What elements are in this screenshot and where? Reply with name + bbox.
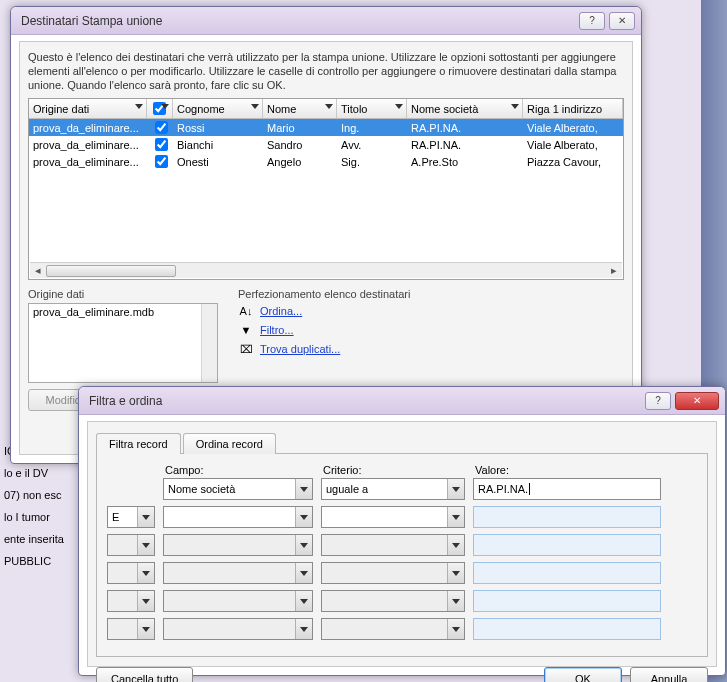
filter-row — [107, 590, 697, 612]
criterio-combo — [321, 562, 465, 584]
valore-input[interactable] — [473, 506, 661, 528]
scroll-left-icon[interactable]: ◂ — [30, 264, 46, 278]
operator-combo[interactable]: E — [107, 506, 155, 528]
col-societa[interactable]: Nome società — [407, 99, 523, 118]
campo-combo — [163, 562, 313, 584]
sort-link[interactable]: Ordina... — [260, 305, 302, 317]
cell-societa: RA.PI.NA. — [407, 139, 523, 151]
operator-combo — [107, 590, 155, 612]
duplicates-icon: ⌧ — [238, 341, 254, 357]
col-indirizzo[interactable]: Riga 1 indirizzo — [523, 99, 623, 118]
clear-all-button[interactable]: Cancella tutto — [96, 667, 193, 682]
hdr-criterio: Criterio: — [323, 464, 467, 476]
criterio-combo — [321, 534, 465, 556]
bg-text: lo e il DV — [4, 462, 80, 484]
cell-societa: A.Pre.Sto — [407, 156, 523, 168]
bg-text: PUBBLIC — [4, 550, 80, 572]
filter-link[interactable]: Filtro... — [260, 324, 294, 336]
cancel-button[interactable]: Annulla — [630, 667, 708, 682]
intro-text: Questo è l'elenco dei destinatari che ve… — [28, 50, 624, 92]
valore-input — [473, 562, 661, 584]
table-row[interactable]: prova_da_eliminare... Rossi Mario Ing. R… — [29, 119, 623, 136]
scroll-right-icon[interactable]: ▸ — [606, 264, 622, 278]
cell-check[interactable] — [147, 152, 173, 171]
col-cognome[interactable]: Cognome — [173, 99, 263, 118]
close-button[interactable]: ✕ — [675, 392, 719, 410]
table-row[interactable]: prova_da_eliminare... Onesti Angelo Sig.… — [29, 153, 623, 170]
filter-row: E — [107, 506, 697, 528]
valore-input[interactable]: RA.PI.NA. — [473, 478, 661, 500]
col-origine[interactable]: Origine dati — [29, 99, 147, 118]
cell-indirizzo: Viale Alberato, — [523, 139, 623, 151]
cell-src: prova_da_eliminare... — [29, 139, 147, 151]
scroll-thumb[interactable] — [46, 265, 176, 277]
perf-label: Perfezionamento elenco destinatari — [238, 288, 624, 300]
table-row[interactable]: prova_da_eliminare... Bianchi Sandro Avv… — [29, 136, 623, 153]
origine-item[interactable]: prova_da_eliminare.mdb — [33, 306, 154, 318]
cell-src: prova_da_eliminare... — [29, 122, 147, 134]
criterio-combo — [321, 618, 465, 640]
operator-combo — [107, 618, 155, 640]
origine-listbox[interactable]: prova_da_eliminare.mdb — [28, 303, 218, 383]
cell-cognome: Onesti — [173, 156, 263, 168]
duplicates-link[interactable]: Trova duplicati... — [260, 343, 340, 355]
origine-label: Origine dati — [28, 288, 238, 300]
h-scrollbar[interactable]: ◂ ▸ — [30, 262, 622, 278]
col-nome[interactable]: Nome — [263, 99, 337, 118]
cell-societa: RA.PI.NA. — [407, 122, 523, 134]
cell-nome: Mario — [263, 122, 337, 134]
criterio-combo[interactable] — [321, 506, 465, 528]
cell-titolo: Sig. — [337, 156, 407, 168]
criterio-combo — [321, 590, 465, 612]
operator-combo — [107, 562, 155, 584]
filter-row — [107, 534, 697, 556]
valore-input — [473, 590, 661, 612]
valore-input — [473, 534, 661, 556]
col-check-all[interactable] — [147, 99, 173, 118]
filter-row — [107, 562, 697, 584]
campo-combo — [163, 590, 313, 612]
titlebar[interactable]: Destinatari Stampa unione ? ✕ — [11, 7, 641, 35]
campo-combo — [163, 618, 313, 640]
criterio-combo[interactable]: uguale a — [321, 478, 465, 500]
dialog-title: Destinatari Stampa unione — [21, 14, 575, 28]
help-button[interactable]: ? — [579, 12, 605, 30]
filter-row — [107, 618, 697, 640]
cell-indirizzo: Viale Alberato, — [523, 122, 623, 134]
cell-indirizzo: Piazza Cavour, — [523, 156, 623, 168]
filter-row: Nome società uguale a RA.PI.NA. — [107, 478, 697, 500]
sort-icon: A↓ — [238, 303, 254, 319]
col-titolo[interactable]: Titolo — [337, 99, 407, 118]
listbox-scrollbar[interactable] — [201, 304, 217, 382]
bg-text: 07) non esc — [4, 484, 80, 506]
cell-cognome: Rossi — [173, 122, 263, 134]
ok-button[interactable]: OK — [544, 667, 622, 682]
cell-nome: Sandro — [263, 139, 337, 151]
titlebar[interactable]: Filtra e ordina ? ✕ — [79, 387, 725, 415]
cell-nome: Angelo — [263, 156, 337, 168]
campo-combo[interactable] — [163, 506, 313, 528]
valore-input — [473, 618, 661, 640]
cell-titolo: Avv. — [337, 139, 407, 151]
cell-titolo: Ing. — [337, 122, 407, 134]
hdr-campo: Campo: — [165, 464, 315, 476]
close-button[interactable]: ✕ — [609, 12, 635, 30]
hdr-valore: Valore: — [475, 464, 663, 476]
recipients-table: Origine dati Cognome Nome Titolo Nome so… — [28, 98, 624, 280]
tab-filter[interactable]: Filtra record — [96, 433, 181, 454]
cell-cognome: Bianchi — [173, 139, 263, 151]
filter-sort-dialog: Filtra e ordina ? ✕ Filtra record Ordina… — [78, 386, 726, 676]
tab-sort[interactable]: Ordina record — [183, 433, 276, 454]
operator-combo — [107, 534, 155, 556]
campo-combo[interactable]: Nome società — [163, 478, 313, 500]
dialog-title: Filtra e ordina — [89, 394, 641, 408]
help-button[interactable]: ? — [645, 392, 671, 410]
filter-panel: Campo: Criterio: Valore: Nome società ug… — [96, 453, 708, 657]
campo-combo — [163, 534, 313, 556]
filter-icon: ▼ — [238, 322, 254, 338]
bg-text: ente inserita — [4, 528, 80, 550]
bg-text: lo I tumor — [4, 506, 80, 528]
cell-src: prova_da_eliminare... — [29, 156, 147, 168]
